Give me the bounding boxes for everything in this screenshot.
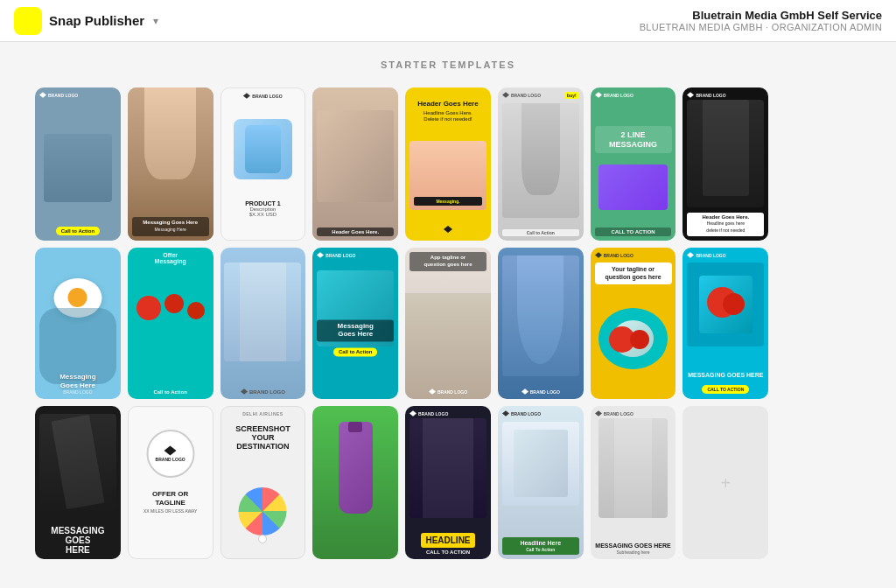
brand-logo-12: BRAND LOGO	[317, 252, 355, 258]
main-content: STARTER TEMPLATES BRAND LOGO Call to Act…	[0, 42, 896, 584]
brand-logo-8: BRAND LOGO	[687, 92, 725, 98]
svg-marker-11	[687, 252, 694, 257]
svg-marker-15	[595, 410, 602, 416]
card-21-label: HEADLINE CALL TO ACTION	[405, 527, 491, 559]
svg-marker-12	[164, 445, 177, 455]
card-9-label: MessagingGoes Here BRAND LOGO	[35, 368, 121, 399]
snap-badge-6: buy!	[564, 92, 579, 99]
card-6-label: Call to Action	[498, 225, 584, 241]
card-23-label: MESSAGING GOES HERE Subheading here	[591, 538, 676, 559]
card-16-label: MESSAGING GOES HERE CALL TO ACTION	[682, 368, 768, 399]
card-11-label: BRAND LOGO	[220, 384, 306, 399]
header: Snap Publisher ▾ Bluetrain Media GmbH Se…	[0, 0, 896, 42]
template-card-3[interactable]: BRAND LOGO PRODUCT 1 Description $X.XX U…	[220, 88, 306, 241]
template-card-16[interactable]: BRAND LOGO MESSAGING GOES HERE CALL TO A…	[682, 248, 768, 399]
template-row-1: BRAND LOGO Call to Action Messaging Goes…	[35, 88, 861, 241]
brand-logo-21: BRAND LOGO	[410, 410, 448, 416]
brand-logo-16: BRAND LOGO	[687, 252, 725, 258]
svg-marker-5	[687, 92, 694, 97]
card-7-label: CALL TO ACTION	[591, 223, 676, 241]
template-card-6[interactable]: BRAND LOGO buy! Call to Action	[498, 88, 584, 241]
brand-logo-1: BRAND LOGO	[39, 92, 78, 98]
card-17-label: MESSAGING GOESHERE	[35, 522, 121, 559]
card-8-label: Header Goes Here.Headline goes heredelet…	[682, 208, 768, 241]
brand-logo-22: BRAND LOGO	[502, 410, 541, 416]
template-card-17[interactable]: MESSAGING GOESHERE	[35, 406, 121, 559]
svg-marker-6	[241, 388, 248, 394]
brand-logo-7: BRAND LOGO	[595, 92, 634, 98]
svg-marker-0	[39, 92, 46, 97]
svg-marker-3	[502, 92, 509, 97]
header-left: Snap Publisher ▾	[14, 7, 158, 35]
brand-logo-23: BRAND LOGO	[595, 410, 634, 416]
svg-marker-4	[595, 92, 602, 97]
template-card-9[interactable]: MessagingGoes Here BRAND LOGO	[35, 248, 121, 399]
template-card-18[interactable]: BRAND LOGO OFFER ORTAGLINE XX MILES OR L…	[128, 406, 214, 559]
card-14-label: BRAND LOGO	[498, 384, 584, 399]
svg-marker-14	[502, 410, 509, 416]
svg-marker-7	[317, 252, 324, 257]
card-2-label: Messaging Goes HereMessaging Here	[128, 213, 214, 241]
brand-logo-15: BRAND LOGO	[595, 252, 634, 258]
svg-marker-13	[410, 410, 416, 416]
template-card-21[interactable]: BRAND LOGO HEADLINE CALL TO ACTION	[405, 406, 491, 559]
template-card-20[interactable]	[312, 406, 398, 559]
snap-logo	[14, 7, 42, 35]
template-card-13[interactable]: App tagline orquestion goes here BRAND L…	[405, 248, 491, 399]
card-1-label: Call to Action	[35, 216, 121, 241]
app-title: Snap Publisher	[49, 13, 144, 28]
card-4-label: Header Goes Here.	[312, 223, 398, 241]
template-row-3: MESSAGING GOESHERE BRAND LOGO OFFER ORTA…	[35, 406, 861, 559]
template-card-24[interactable]: +	[682, 406, 768, 559]
svg-marker-1	[243, 93, 250, 98]
svg-marker-9	[522, 388, 528, 394]
template-card-5[interactable]: Header Goes Here Headline Goes Here.Dele…	[405, 88, 491, 241]
card-22-label: Headline Here Call To Action	[498, 533, 584, 559]
template-row-2: MessagingGoes Here BRAND LOGO Offer Mess…	[35, 248, 861, 399]
template-card-4[interactable]: Header Goes Here.	[312, 88, 398, 241]
template-card-2[interactable]: Messaging Goes HereMessaging Here	[128, 88, 214, 241]
svg-marker-2	[444, 226, 452, 233]
template-card-14[interactable]: BRAND LOGO	[498, 248, 584, 399]
template-card-23[interactable]: BRAND LOGO MESSAGING GOES HERE Subheadin…	[591, 406, 676, 559]
section-title: STARTER TEMPLATES	[35, 60, 861, 70]
template-card-12[interactable]: BRAND LOGO MessagingGoes Here Call to Ac…	[312, 248, 398, 399]
brand-logo-6: BRAND LOGO	[502, 92, 541, 98]
template-card-15[interactable]: BRAND LOGO Your tagline orquestion goes …	[591, 248, 676, 399]
header-right: Bluetrain Media GmbH Self Service BLUETR…	[640, 9, 882, 32]
card-10-label: Call to Action	[128, 385, 214, 399]
template-card-22[interactable]: BRAND LOGO Headline Here Call To Action	[498, 406, 584, 559]
card-13-label: BRAND LOGO	[405, 384, 491, 399]
template-card-1[interactable]: BRAND LOGO Call to Action	[35, 88, 121, 241]
org-sub: BLUETRAIN MEDIA GMBH · ORGANIZATION ADMI…	[640, 22, 882, 32]
brand-logo-3: BRAND LOGO	[243, 93, 282, 99]
svg-marker-8	[429, 388, 436, 394]
template-card-10[interactable]: Offer Messaging Call to Action	[128, 248, 214, 399]
dropdown-icon[interactable]: ▾	[153, 15, 158, 27]
template-card-7[interactable]: BRAND LOGO 2 LINEMESSAGING CALL TO ACTIO…	[591, 88, 676, 241]
template-card-8[interactable]: BRAND LOGO Header Goes Here.Headline goe…	[682, 88, 768, 241]
org-name: Bluetrain Media GmbH Self Service	[640, 9, 882, 22]
template-card-19[interactable]: DELHI AIRLINES SCREENSHOTYOURDESTINATION	[220, 406, 306, 559]
svg-marker-10	[595, 252, 602, 257]
template-card-11[interactable]: BRAND LOGO	[220, 248, 306, 399]
card-12-label: MessagingGoes Here Call to Action	[317, 319, 394, 357]
